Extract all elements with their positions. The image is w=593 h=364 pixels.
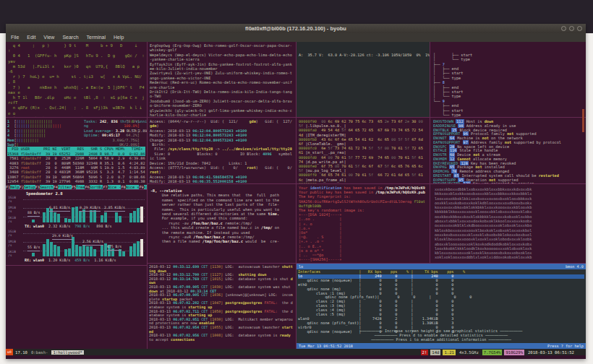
speedometer-tx-graph: 1GiB /s1MiB /s1KiB /s6.81 KiB/s0.29 KiB/… (6, 196, 147, 230)
window-title: fl0at0xff@bl00b (172.16.20.100) - byobu (245, 25, 346, 32)
fkey-number[interactable]: F7 (103, 185, 107, 189)
pane-apg-passwords[interactable]: ErgOopOwg (Erg-Oop-Owg) Echo-romeo-golf-… (148, 42, 296, 117)
text-seg: [1015] (210, 277, 223, 281)
pid-cell: 12954 (7, 179, 21, 183)
log-entry: 2018-03-13 06:07:02.956 CET [1008] LOG: … (149, 334, 294, 342)
password-line: Zuwirtyev1 (Zu-wirt-yev-ONE) Zulu-unifor… (150, 71, 294, 80)
pane-noise-output[interactable]: xxoxxkboxxdbbklxobxxoxkbloxxbbkxoxxkdxox… (430, 184, 586, 263)
bmon-version: bmon 4.0 (566, 264, 584, 269)
hex-byte: 61 (362, 137, 368, 142)
status-indicators: 2!14d1.214x3.5GHz7.7G54%910G29%2018-03-1… (421, 350, 586, 355)
hex-byte: 65 (405, 128, 411, 132)
hex-byte: 6c (328, 119, 335, 124)
terminal-scrollbar-thumb[interactable] (582, 109, 584, 132)
hex-byte: 65 (377, 119, 384, 124)
hex-byte: 2e (405, 119, 411, 124)
hex-byte: 65 (385, 155, 391, 160)
hex-byte: 64 (349, 128, 355, 132)
maximize-button[interactable] (569, 26, 574, 31)
user-cell: fl0at0xff (21, 170, 41, 174)
pane-cmatrix[interactable]: q 4 ; p ) } 9 t M b + 9 D i : 0 4 1 (GPF… (6, 42, 147, 117)
text-seg: └── type (433, 113, 461, 117)
text-seg: 06:12:04.800573243 +0100 (192, 138, 247, 142)
menu-item-help[interactable]: Help (114, 33, 124, 42)
menu-item-search[interactable]: Search (62, 33, 78, 42)
matrix-row: r ) 7 hoL} e u= h st . t;i3 w[ x A VpL. … (8, 74, 145, 84)
text-seg: FATAL: (263, 309, 278, 313)
text-seg: 1.16 KiB/s (90, 258, 116, 262)
fkey-number[interactable]: F4 (54, 185, 58, 189)
pane-ssh-keygen[interactable]: Your identification has been saved in /t… (296, 184, 430, 263)
pane-empty-shell[interactable] (6, 266, 147, 349)
user-cell: fl0at0xff (21, 161, 41, 165)
hex-byte: 5f (328, 146, 335, 150)
menu-item-edit[interactable]: Edit (27, 33, 35, 42)
pane-bmon[interactable]: lo bmon 4.0 Interfaces │ RX bps pps % │ … (296, 264, 586, 349)
hex-ascii: |.libpulse.so.0._| (305, 124, 346, 128)
release-indicator: 17.10 (15, 350, 27, 355)
text-seg: /foo/bar/baz.c (193, 235, 225, 239)
pane-errno-list[interactable]: EHOSTDOWN 112 Host is downEADDRINUSE 98 … (430, 118, 586, 183)
minimize-button[interactable] (561, 26, 566, 31)
bar (82, 209, 85, 222)
hex-byte: 61 (419, 173, 425, 177)
text-seg: The key's randomart image is: (299, 208, 364, 212)
fkey-label[interactable]: SortBy (90, 185, 103, 189)
fkey-number[interactable]: F3 (35, 185, 40, 189)
pane-stat[interactable]: Access: (0644/-rw-r--r--) Uid: ( 121/ gd… (148, 118, 296, 183)
hex-byte: 74 (299, 160, 305, 164)
text-seg: │ └── type (433, 76, 461, 80)
fkey-number[interactable]: F9 (139, 185, 143, 189)
fkey-number[interactable]: F6 (85, 185, 89, 189)
pane-htop[interactable]: 1 [||||||||||||||||78.3%]2 [||||||||||||… (6, 118, 147, 189)
fkey-label[interactable]: Nice + (126, 185, 140, 189)
window-tab[interactable]: 0:bash- (31, 350, 48, 355)
bar (79, 246, 82, 256)
text-seg: ├── (433, 80, 443, 84)
bar (119, 216, 121, 222)
meter-label: 3 (7, 129, 14, 133)
text-seg: │ ├── start (433, 71, 463, 75)
bar (79, 211, 82, 222)
hex-byte: 4d (299, 133, 305, 137)
process-row[interactable]: 12954 fl0at0xff 39 19 27796 4988 3332 R … (7, 179, 145, 183)
fkey-label[interactable]: Kill (144, 185, 147, 189)
pane-tree[interactable]: │ ├── start│ └── type├── 7│ ├── end│ ├──… (430, 42, 586, 117)
meter-bar-seg: |||||||||| (30, 124, 52, 128)
pane-mplayer[interactable]: A: 35.7 V: 63.0 A-V:-20.126 ct: -3.106 1… (296, 42, 430, 117)
pid-cell: 7581 (7, 156, 21, 160)
fkey-label[interactable]: Help (10, 185, 20, 189)
menu-item-view[interactable]: View (43, 33, 54, 42)
meter-bar-seg: |||||||||| (23, 129, 46, 133)
close-button[interactable] (577, 26, 582, 31)
menu-item-file[interactable]: File (11, 33, 19, 42)
text-seg: 9 (443, 99, 445, 103)
password-line: EyffaykJin (Eyff-ayk-Jin) Echo-yankee-fo… (150, 62, 294, 72)
fkey-label[interactable]: Filter (58, 185, 72, 189)
fkey-label[interactable]: Tree (76, 185, 85, 189)
bar (68, 219, 71, 222)
hex-byte: 5f (299, 168, 305, 173)
fkey-label[interactable]: Search (40, 185, 54, 189)
menu-item-terminal[interactable]: Terminal (87, 33, 106, 42)
pane-speedometer[interactable]: Speedometer 2.8 1GiB /s1MiB /s1KiB /s6.8… (6, 190, 147, 265)
hex-offset: 00000f90 (299, 119, 321, 124)
fkey-label[interactable]: Nice - (108, 185, 121, 189)
menu-bar: FileEditViewSearchTerminalHelp (6, 33, 586, 42)
pane-hexdump[interactable]: 00000f90 00 6c 69 62 70 75 6c 73 65 2e 7… (296, 118, 430, 183)
fkey-number[interactable]: F8 (121, 185, 125, 189)
fkey-number[interactable]: F5 (72, 185, 76, 189)
hexdump-line: 00000fb0 43 6c 6f 6e 65 54 61 62 6c 65 0… (299, 137, 427, 146)
hex-byte: 5f (369, 146, 378, 150)
window-tab[interactable]: 1:hollywood* (51, 350, 83, 355)
window-titlebar[interactable]: fl0at0xff@bl00b (172.16.20.100) - byobu (6, 24, 586, 33)
hex-byte: 5f (405, 146, 411, 150)
text-seg: rsync -avR (150, 235, 193, 239)
text-seg: LOG: autovacuum launcher (223, 264, 281, 269)
text-seg: 7 (443, 62, 445, 66)
pane-postgres-log[interactable]: 2018-03-12 00:33:12.699 CET [1130] LOG: … (148, 264, 296, 349)
fkey-label[interactable]: Setup (24, 185, 35, 189)
bar (133, 243, 136, 256)
text-seg: RX: wlan0 (25, 258, 44, 262)
pane-rsync-manpage[interactable]: -R, --relative Use relative paths. This … (148, 184, 296, 263)
